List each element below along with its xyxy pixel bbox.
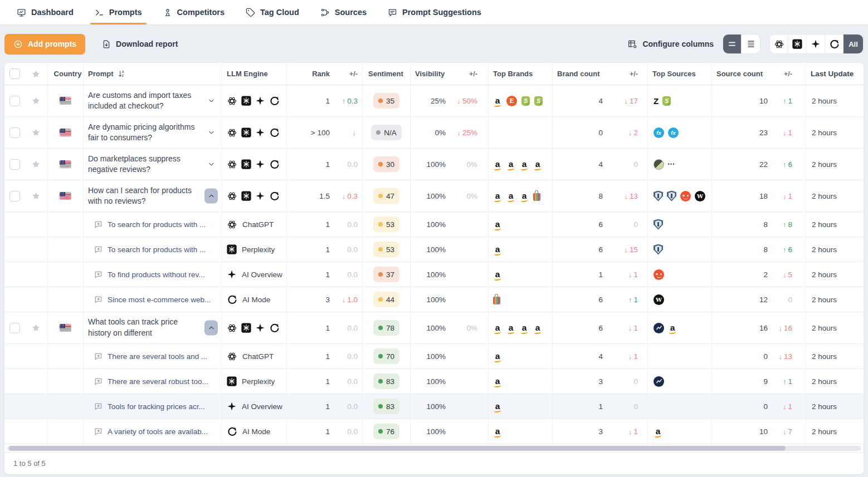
horizontal-scrollbar-thumb[interactable] bbox=[9, 446, 786, 451]
rank-delta: 0.0 bbox=[330, 324, 362, 332]
top-sources-cell: W bbox=[648, 287, 712, 312]
tab-label: Competitors bbox=[177, 8, 225, 17]
perplexity-icon bbox=[792, 39, 802, 49]
sentiment-dot bbox=[378, 222, 383, 227]
horizontal-scroll-area bbox=[4, 444, 864, 452]
tab-prompts[interactable]: Prompts bbox=[95, 0, 142, 24]
llm-engine-cell: AI Mode bbox=[222, 287, 287, 312]
engine-filter-ai-mode-button[interactable] bbox=[825, 35, 843, 53]
rank-column-header[interactable]: Rank +/- bbox=[287, 63, 363, 85]
rank-value: > 100 bbox=[287, 129, 330, 137]
rank-delta-value: 0.3 bbox=[347, 192, 358, 200]
expand-toggle-button[interactable] bbox=[204, 321, 218, 336]
top-sources-cell: ▪▪▪ bbox=[648, 149, 712, 180]
expand-toggle-button[interactable] bbox=[204, 94, 218, 109]
prompt-text[interactable]: There are several tools and ... bbox=[108, 352, 207, 361]
prompt-text[interactable]: To search for products with ... bbox=[108, 220, 206, 229]
star-icon[interactable] bbox=[31, 70, 41, 78]
configure-columns-button[interactable]: Configure columns bbox=[627, 39, 714, 49]
tab-competitors[interactable]: Competitors bbox=[163, 0, 225, 24]
ai-overview-icon bbox=[255, 127, 265, 137]
expand-toggle-button[interactable] bbox=[204, 189, 218, 204]
star-icon[interactable] bbox=[31, 96, 41, 105]
sentiment-badge: 53 bbox=[373, 217, 399, 232]
sentiment-column-header[interactable]: Sentiment bbox=[363, 63, 411, 85]
source-count-cell: 8↑8 bbox=[712, 212, 806, 237]
sentiment-cell: 47 bbox=[363, 180, 411, 212]
star-icon[interactable] bbox=[31, 191, 41, 200]
prompt-column-header[interactable]: Prompt AZ bbox=[84, 63, 222, 85]
expand-toggle-button[interactable] bbox=[204, 125, 218, 140]
row-checkbox[interactable] bbox=[9, 127, 20, 138]
select-all-checkbox[interactable] bbox=[9, 68, 20, 79]
visibility-column-header[interactable]: Visibility +/- bbox=[411, 63, 489, 85]
top-brands-cell: aaaa bbox=[489, 312, 553, 343]
tab-dashboard[interactable]: Dashboard bbox=[17, 0, 74, 24]
prompt-text[interactable]: Are dynamic pricing algorithms fair to c… bbox=[88, 122, 197, 144]
prompt-text[interactable]: To search for products with ... bbox=[108, 245, 206, 254]
tab-sources[interactable]: Sources bbox=[320, 0, 367, 24]
prompt-text[interactable]: Are customs and import taxes included at… bbox=[88, 90, 197, 112]
download-report-button[interactable]: Download report bbox=[102, 40, 178, 49]
table-header: Country Prompt AZ LLM Engine Rank +/- Se… bbox=[4, 63, 864, 85]
prompt-text[interactable]: There are several robust too... bbox=[108, 377, 208, 386]
wordpress-icon: W bbox=[695, 191, 705, 201]
add-prompts-button[interactable]: Add prompts bbox=[4, 34, 85, 55]
country-column-header[interactable]: Country bbox=[48, 63, 84, 85]
last-update-column-header[interactable]: Last Update bbox=[806, 63, 864, 85]
source-count-value: 0 bbox=[712, 402, 768, 411]
prompt-text[interactable]: What tools can track price history on di… bbox=[88, 317, 197, 339]
engine-filter-perplexity-button[interactable] bbox=[788, 35, 807, 53]
star-icon[interactable] bbox=[31, 323, 41, 332]
row-checkbox[interactable] bbox=[9, 159, 20, 170]
brand-delta: 0 bbox=[603, 402, 647, 411]
prompt-text[interactable]: A variety of tools are availab... bbox=[108, 427, 208, 436]
row-checkbox[interactable] bbox=[9, 191, 20, 201]
prompt-text[interactable]: Since most e-commerce web... bbox=[108, 296, 211, 304]
row-checkbox[interactable] bbox=[9, 323, 20, 333]
source-count-column-header[interactable]: Source count +/- bbox=[712, 63, 806, 85]
sentiment-cell: 44 bbox=[363, 287, 411, 312]
sentiment-badge: 35 bbox=[373, 93, 399, 109]
prompt-text[interactable]: Tools for tracking prices acr... bbox=[108, 402, 205, 411]
brand-count-column-header[interactable]: Brand count +/- bbox=[553, 63, 648, 85]
rank-delta: 0.0 bbox=[330, 271, 362, 279]
comfortable-rows-button[interactable] bbox=[742, 35, 760, 53]
visibility-cell: 100% bbox=[411, 344, 489, 368]
arrow-down-icon: ↓ bbox=[783, 271, 787, 278]
sentiment-cell: 53 bbox=[363, 237, 411, 262]
prompt-text[interactable]: To find products without rev... bbox=[108, 271, 205, 279]
brand-count-cell: 6↓15 bbox=[553, 237, 648, 262]
engine-filter-all-button[interactable]: All bbox=[843, 35, 863, 53]
top-sources-cell: a bbox=[648, 419, 712, 444]
horizontal-scrollbar-track[interactable] bbox=[7, 446, 861, 451]
amazon-icon: a bbox=[493, 219, 502, 230]
last-update-cell: 2 hours bbox=[806, 262, 864, 287]
top-sources-column-header[interactable]: Top Sources bbox=[648, 63, 712, 85]
perplexity-icon bbox=[241, 323, 251, 333]
engine-label: AI Overview bbox=[242, 271, 282, 279]
chatgpt-icon bbox=[227, 219, 237, 230]
rank-delta: 0.0 bbox=[330, 220, 362, 229]
row-checkbox[interactable] bbox=[9, 96, 20, 106]
tab-prompt-suggestions[interactable]: Prompt Suggestions bbox=[388, 0, 481, 24]
expand-toggle-button[interactable] bbox=[204, 157, 218, 172]
rank-delta: 0.0 bbox=[330, 427, 362, 436]
prompt-text[interactable]: How can I search for products with no re… bbox=[88, 185, 197, 207]
engine-filter-ai-overview-button[interactable] bbox=[807, 35, 825, 53]
star-icon[interactable] bbox=[31, 128, 41, 137]
brand-delta-value: 0 bbox=[633, 220, 638, 229]
last-update-cell: 2 hours bbox=[806, 117, 864, 148]
prompt-cell: What tools can track price history on di… bbox=[84, 312, 222, 343]
top-sources-cell: fxfx bbox=[648, 117, 712, 148]
top-brands-column-header[interactable]: Top Brands bbox=[489, 63, 553, 85]
llm-engine-column-header[interactable]: LLM Engine bbox=[222, 63, 287, 85]
country-cell bbox=[48, 394, 84, 419]
llm-engine-cell bbox=[222, 312, 287, 343]
compact-rows-button[interactable] bbox=[723, 35, 742, 53]
sort-az-icon[interactable]: AZ bbox=[118, 70, 126, 78]
tab-tag-cloud[interactable]: Tag Cloud bbox=[246, 0, 299, 24]
prompt-text[interactable]: Do marketplaces suppress negative review… bbox=[88, 154, 197, 175]
engine-filter-chatgpt-button[interactable] bbox=[770, 35, 788, 53]
star-icon[interactable] bbox=[31, 160, 41, 169]
